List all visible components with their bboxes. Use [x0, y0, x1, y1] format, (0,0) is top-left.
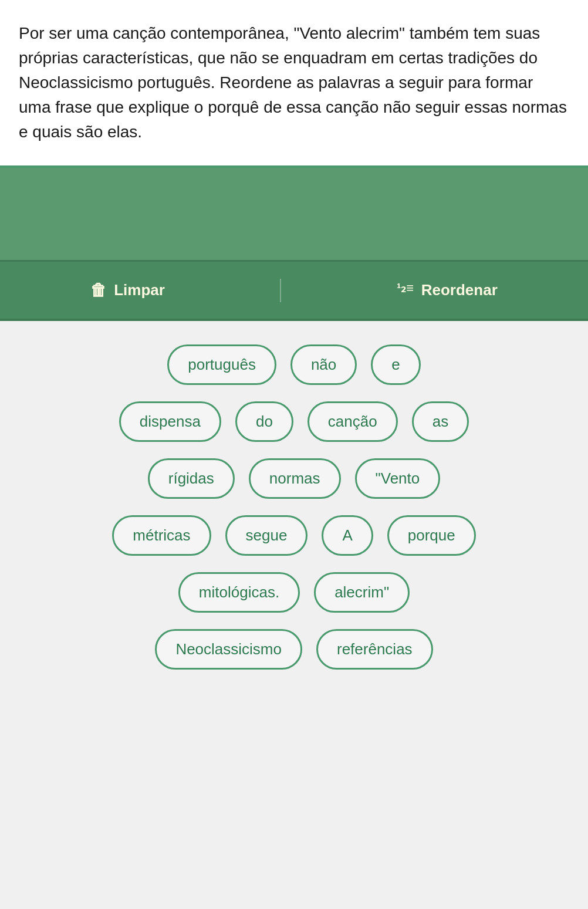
word-chip-do[interactable]: do: [235, 401, 293, 442]
word-row-6: Neoclassicismo referências: [19, 629, 569, 670]
reorder-icon: ¹₂≡: [397, 281, 414, 300]
word-chip-nao[interactable]: não: [290, 344, 357, 385]
word-chip-mitologicas[interactable]: mitológicas.: [178, 572, 300, 613]
word-chip-alecrim[interactable]: alecrim": [314, 572, 410, 613]
word-chip-e[interactable]: e: [371, 344, 420, 385]
word-row-1: português não e: [19, 344, 569, 385]
instruction-text: Por ser uma canção contemporânea, "Vento…: [19, 21, 569, 144]
svg-text:¹₂≡: ¹₂≡: [397, 281, 414, 295]
reorder-label: Reordenar: [421, 281, 498, 299]
trash-icon: 🗑: [90, 281, 107, 300]
word-chip-segue[interactable]: segue: [225, 515, 308, 556]
toolbar-divider: [280, 279, 281, 302]
page-container: Por ser uma canção contemporânea, "Vento…: [0, 0, 588, 849]
answer-area[interactable]: [0, 168, 588, 262]
word-chip-portugues[interactable]: português: [167, 344, 276, 385]
word-chip-as[interactable]: as: [412, 401, 469, 442]
reorder-button[interactable]: ¹₂≡ Reordenar: [387, 276, 507, 305]
word-chip-referencias[interactable]: referências: [316, 629, 433, 670]
toolbar: 🗑 Limpar ¹₂≡ Reordenar: [0, 262, 588, 321]
word-chip-a[interactable]: A: [322, 515, 373, 556]
word-row-2: dispensa do canção as: [19, 401, 569, 442]
word-chip-neoclassicismo[interactable]: Neoclassicismo: [155, 629, 302, 670]
word-chip-cancao[interactable]: canção: [307, 401, 398, 442]
instruction-box: Por ser uma canção contemporânea, "Vento…: [0, 0, 588, 168]
word-row-3: rígidas normas "Vento: [19, 458, 569, 499]
word-chip-porque[interactable]: porque: [387, 515, 476, 556]
word-bank: português não e dispensa do canção as rí…: [0, 321, 588, 849]
word-row-5: mitológicas. alecrim": [19, 572, 569, 613]
word-chip-rigidas[interactable]: rígidas: [148, 458, 235, 499]
word-chip-dispensa[interactable]: dispensa: [119, 401, 221, 442]
word-chip-normas[interactable]: normas: [249, 458, 341, 499]
word-chip-vento[interactable]: "Vento: [355, 458, 441, 499]
clear-button[interactable]: 🗑 Limpar: [81, 276, 174, 305]
word-chip-metricas[interactable]: métricas: [112, 515, 211, 556]
word-row-4: métricas segue A porque: [19, 515, 569, 556]
clear-label: Limpar: [114, 281, 165, 299]
